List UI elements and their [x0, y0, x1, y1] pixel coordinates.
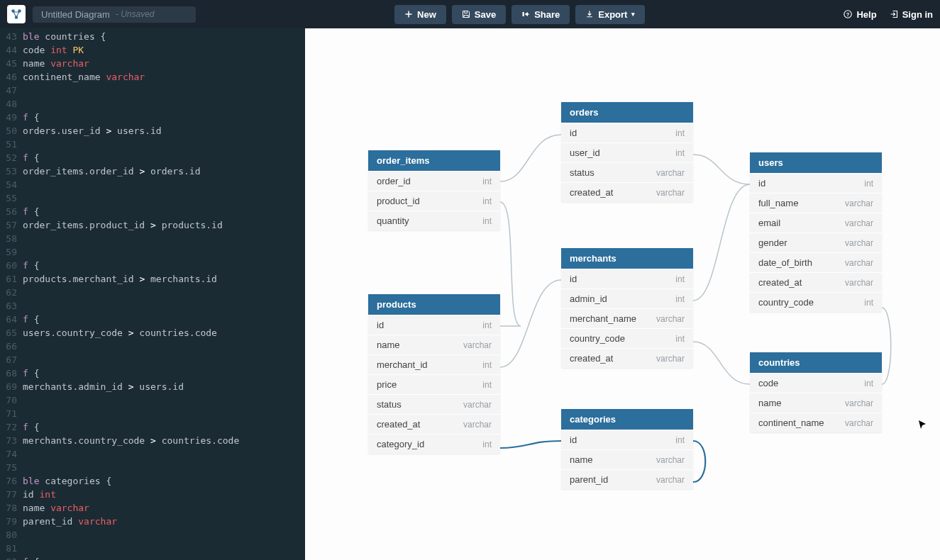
table-header[interactable]: categories [561, 409, 693, 430]
code-text [23, 353, 305, 366]
code-line[interactable]: 53order_items.order_id > orders.id [0, 164, 305, 178]
code-line[interactable]: 51 [0, 138, 305, 151]
code-line[interactable]: 77id int [0, 488, 305, 501]
code-line[interactable]: 72f { [0, 420, 305, 434]
code-line[interactable]: 67 [0, 353, 305, 366]
signin-link[interactable]: Sign in [890, 9, 933, 20]
table-row[interactable]: full_namevarchar [750, 193, 882, 213]
code-line[interactable]: 82f { [0, 555, 305, 560]
table-row[interactable]: idint [561, 123, 693, 142]
table-header[interactable]: users [750, 152, 882, 173]
table-row[interactable]: country_codeint [750, 292, 882, 312]
table-row[interactable]: idint [561, 269, 693, 289]
table-row[interactable]: product_idint [368, 191, 500, 211]
code-line[interactable]: 56f { [0, 205, 305, 218]
code-line[interactable]: 55 [0, 191, 305, 205]
diagram-canvas[interactable]: order_itemsorder_idintproduct_idintquant… [305, 28, 940, 560]
table-row[interactable]: quantityint [368, 211, 500, 230]
table-header[interactable]: merchants [561, 248, 693, 269]
save-button[interactable]: Save [452, 5, 506, 24]
code-line[interactable]: 74 [0, 447, 305, 461]
table-order_items[interactable]: order_itemsorder_idintproduct_idintquant… [368, 150, 500, 230]
table-row[interactable]: namevarchar [368, 335, 500, 354]
code-line[interactable]: 49f { [0, 111, 305, 124]
code-line[interactable]: 44code int PK [0, 43, 305, 57]
code-line[interactable]: 57order_items.product_id > products.id [0, 218, 305, 232]
table-users[interactable]: usersidintfull_namevarcharemailvarcharge… [750, 152, 882, 312]
code-line[interactable]: 59 [0, 245, 305, 259]
code-line[interactable]: 70 [0, 393, 305, 407]
table-row[interactable]: statusvarchar [561, 162, 693, 182]
code-line[interactable]: 45name varchar [0, 57, 305, 70]
share-button[interactable]: Share [512, 5, 570, 24]
table-header[interactable]: products [368, 294, 500, 315]
code-editor[interactable]: 43ble countries {44code int PK45name var… [0, 28, 305, 560]
table-countries[interactable]: countriescodeintnamevarcharcontinent_nam… [750, 352, 882, 432]
code-line[interactable]: 69merchants.admin_id > users.id [0, 380, 305, 393]
code-line[interactable]: 46continent_name varchar [0, 70, 305, 84]
table-row[interactable]: gendervarchar [750, 233, 882, 252]
table-row[interactable]: priceint [368, 374, 500, 394]
code-line[interactable]: 64f { [0, 313, 305, 326]
table-row[interactable]: date_of_birthvarchar [750, 252, 882, 272]
code-line[interactable]: 80 [0, 528, 305, 542]
table-row[interactable]: admin_idint [561, 289, 693, 308]
table-row[interactable]: codeint [750, 373, 882, 393]
code-line[interactable]: 63 [0, 299, 305, 313]
code-line[interactable]: 58 [0, 232, 305, 245]
code-line[interactable]: 43ble countries { [0, 30, 305, 43]
table-row[interactable]: country_codeint [561, 328, 693, 348]
table-row[interactable]: idint [750, 173, 882, 193]
code-line[interactable]: 61products.merchant_id > merchants.id [0, 272, 305, 286]
code-line[interactable]: 75 [0, 461, 305, 474]
table-row[interactable]: idint [368, 315, 500, 335]
table-header[interactable]: countries [750, 352, 882, 373]
code-line[interactable]: 66 [0, 340, 305, 353]
table-merchants[interactable]: merchantsidintadmin_idintmerchant_nameva… [561, 248, 693, 368]
code-line[interactable]: 68f { [0, 366, 305, 380]
app-logo[interactable] [7, 5, 26, 23]
table-row[interactable]: merchant_idint [368, 354, 500, 374]
column-name: email [758, 218, 780, 228]
code-line[interactable]: 78name varchar [0, 501, 305, 515]
doc-title-field[interactable]: Untitled Diagram - Unsaved [33, 6, 196, 23]
table-orders[interactable]: ordersidintuser_idintstatusvarcharcreate… [561, 102, 693, 202]
code-line[interactable]: 73merchants.country_code > countries.cod… [0, 434, 305, 447]
help-link[interactable]: ? Help [844, 9, 876, 20]
code-line[interactable]: 54 [0, 178, 305, 191]
export-button[interactable]: Export ▾ [575, 5, 645, 24]
new-button[interactable]: New [394, 5, 446, 24]
table-row[interactable]: created_atvarchar [561, 182, 693, 202]
table-row[interactable]: namevarchar [750, 393, 882, 413]
table-row[interactable]: idint [561, 430, 693, 449]
code-line[interactable]: 62 [0, 286, 305, 299]
code-line[interactable]: 71 [0, 407, 305, 420]
table-row[interactable]: emailvarchar [750, 213, 882, 233]
table-row[interactable]: order_idint [368, 171, 500, 191]
code-line[interactable]: 48 [0, 97, 305, 111]
table-header[interactable]: orders [561, 102, 693, 123]
table-row[interactable]: created_atvarchar [561, 348, 693, 368]
table-row[interactable]: namevarchar [561, 449, 693, 469]
table-row[interactable]: user_idint [561, 142, 693, 162]
code-line[interactable]: 79parent_id varchar [0, 515, 305, 528]
table-row[interactable]: statusvarchar [368, 394, 500, 414]
code-line[interactable]: 65users.country_code > countries.code [0, 326, 305, 340]
column-type: int [482, 320, 492, 330]
code-line[interactable]: 47 [0, 84, 305, 97]
table-row[interactable]: created_atvarchar [750, 272, 882, 292]
table-row[interactable]: category_idint [368, 434, 500, 454]
table-row[interactable]: created_atvarchar [368, 414, 500, 434]
table-row[interactable]: continent_namevarchar [750, 413, 882, 432]
table-row[interactable]: parent_idvarchar [561, 469, 693, 489]
table-categories[interactable]: categoriesidintnamevarcharparent_idvarch… [561, 409, 693, 489]
code-line[interactable]: 76ble categories { [0, 474, 305, 488]
code-line[interactable]: 81 [0, 542, 305, 555]
code-line[interactable]: 60f { [0, 259, 305, 272]
table-row[interactable]: merchant_namevarchar [561, 308, 693, 328]
table-products[interactable]: productsidintnamevarcharmerchant_idintpr… [368, 294, 500, 454]
code-line[interactable]: 52f { [0, 151, 305, 164]
column-name: id [570, 128, 577, 138]
code-line[interactable]: 50orders.user_id > users.id [0, 124, 305, 138]
table-header[interactable]: order_items [368, 150, 500, 171]
